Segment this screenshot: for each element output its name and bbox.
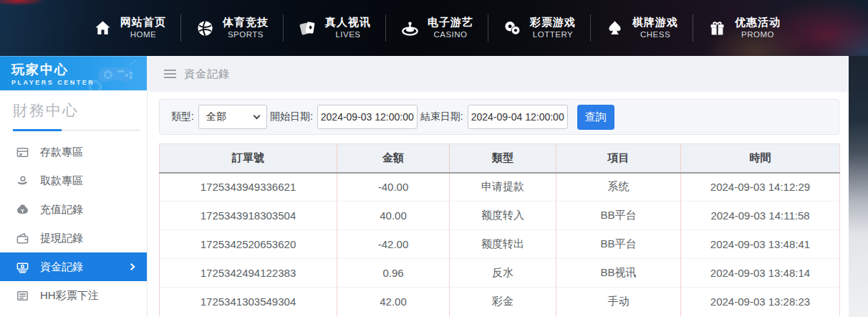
nav-item-sports[interactable]: 体育竞技 SPORTS	[181, 9, 283, 47]
nav-label-zh: 优惠活动	[735, 15, 781, 29]
sidebar-item-label: 存款專區	[40, 146, 83, 159]
nav-item-text: 体育竞技 SPORTS	[223, 15, 269, 41]
time-cell: 2024-09-03 13:28:23	[681, 288, 840, 316]
funds-records-table: 訂單號 金額 類型 項目 時間 1725343949336621 -40.00 …	[159, 143, 840, 316]
sidebar-item-label: 提現記錄	[40, 232, 83, 245]
table-row: 1725341303549304 42.00 彩金 手动 2024-09-03 …	[160, 288, 840, 316]
amount-cell: -40.00	[337, 173, 450, 202]
header-type: 類型	[450, 144, 556, 173]
amount-cell: 42.00	[337, 288, 450, 316]
withdraw-hand-icon	[16, 174, 29, 188]
home-icon	[93, 19, 112, 38]
sidebar-item-label: 充值記錄	[40, 203, 83, 217]
order-no-cell: 1725342520653620	[160, 230, 337, 259]
item-cell: BB平台	[556, 202, 681, 230]
search-button[interactable]: 查詢	[577, 105, 614, 130]
sidebar-item-deposit[interactable]: 存款專區	[0, 138, 147, 166]
time-cell: 2024-09-03 13:48:14	[681, 259, 840, 288]
filter-bar: 類型: 全部 開始日期: 結束日期: 查詢	[159, 99, 839, 135]
money-bag-icon	[16, 203, 29, 217]
table-header-row: 訂單號 金額 類型 項目 時間	[160, 144, 840, 173]
wallet-icon	[16, 232, 29, 245]
nav-label-en: PROMO	[741, 29, 774, 41]
sidebar-item-room-bet-records[interactable]: 廳室投註記錄	[0, 310, 147, 317]
amount-cell: 40.00	[337, 202, 450, 230]
sidebar-item-label: 資金記錄	[40, 260, 83, 274]
type-cell: 额度转出	[450, 230, 556, 259]
type-cell: 申请提款	[450, 173, 556, 202]
nav-item-text: 真人视讯 LIVES	[325, 15, 371, 41]
nav-item-lives[interactable]: 真人视讯 LIVES	[284, 9, 385, 47]
nav-item-lottery[interactable]: 彩票游戏 LOTTERY	[488, 9, 590, 47]
sidebar-header: 玩家中心 PLAYERS CENTER	[0, 56, 147, 90]
nav-item-casino[interactable]: 电子游艺 CASINO	[386, 9, 488, 47]
type-label: 類型:	[171, 110, 194, 123]
amount-cell: -42.00	[337, 230, 450, 259]
chevron-right-icon	[128, 263, 135, 270]
nav-item-promo[interactable]: 优惠活动 PROMO	[693, 9, 795, 47]
order-no-cell: 1725342494122383	[160, 259, 337, 288]
playing-cards-icon	[298, 19, 317, 38]
nav-item-home[interactable]: 网站首页 HOME	[79, 9, 180, 47]
spade-icon	[605, 19, 625, 38]
time-cell: 2024-09-03 14:12:29	[681, 173, 840, 202]
table-row: 1725342494122383 0.96 反水 BB视讯 2024-09-03…	[160, 259, 840, 288]
header-item: 項目	[556, 144, 681, 173]
amount-cell: 0.96	[337, 259, 450, 288]
sidebar-item-hh-lottery-bets[interactable]: HH彩票下注	[0, 281, 147, 310]
sidebar-item-funds-records[interactable]: 資金記錄	[0, 252, 147, 281]
nav-label-en: CASINO	[433, 29, 467, 41]
document-icon	[16, 289, 29, 303]
type-cell: 额度转入	[450, 202, 556, 230]
lottery-balls-icon	[503, 19, 522, 38]
nav-label-zh: 彩票游戏	[530, 15, 576, 29]
header-time: 時間	[681, 144, 840, 173]
main-content: 資金記錄 類型: 全部 開始日期: 結束日期: 查詢 訂單號 金額 類型 項目	[148, 56, 849, 317]
finance-section-header: 財務中心	[0, 90, 147, 131]
start-date-input[interactable]	[317, 105, 418, 129]
sidebar-item-withdraw[interactable]: 取款專區	[0, 166, 147, 195]
roulette-icon	[400, 19, 420, 38]
deposit-icon	[16, 146, 29, 159]
nav-label-zh: 真人视讯	[325, 15, 371, 29]
poker-chip-decoration	[89, 80, 102, 90]
nav-item-text: 彩票游戏 LOTTERY	[530, 15, 576, 41]
nav-label-zh: 棋牌游戏	[632, 15, 678, 29]
nav-label-en: CHESS	[640, 29, 670, 41]
banknotes-icon	[16, 260, 29, 274]
type-cell: 彩金	[450, 288, 556, 316]
hamburger-menu-icon[interactable]	[164, 70, 176, 78]
nav-item-chess[interactable]: 棋牌游戏 CHESS	[591, 9, 693, 47]
section-underline	[13, 129, 140, 131]
item-cell: BB视讯	[556, 259, 681, 288]
end-date-input[interactable]	[468, 105, 568, 129]
nav-item-text: 网站首页 HOME	[120, 15, 166, 41]
item-cell: 系统	[556, 173, 681, 202]
time-cell: 2024-09-03 13:48:41	[681, 230, 840, 259]
sidebar-menu: 存款專區 取款專區 充值記錄 提現記錄 資金記錄 HH彩票下注	[0, 138, 147, 317]
order-no-cell: 1725343918303504	[160, 202, 337, 230]
nav-label-zh: 网站首页	[120, 15, 166, 29]
nav-label-en: SPORTS	[228, 29, 264, 41]
nav-label-en: LIVES	[335, 29, 360, 41]
sidebar: 玩家中心 PLAYERS CENTER 財務中心 存款專區	[0, 56, 148, 317]
finance-section-title: 財務中心	[13, 100, 147, 120]
nav-item-text: 优惠活动 PROMO	[735, 15, 781, 41]
page-title: 資金記錄	[184, 67, 230, 81]
header-order-no: 訂單號	[160, 144, 337, 173]
type-select-value: 全部	[206, 110, 226, 123]
sidebar-item-recharge-records[interactable]: 充值記錄	[0, 195, 147, 224]
breadcrumb: 資金記錄	[148, 56, 849, 92]
gamepad-decoration-icon	[95, 59, 140, 90]
sidebar-item-withdrawal-records[interactable]: 提現記錄	[0, 224, 147, 252]
nav-label-en: HOME	[130, 29, 157, 41]
header-amount: 金額	[337, 144, 450, 173]
table-row: 1725343918303504 40.00 额度转入 BB平台 2024-09…	[160, 202, 840, 230]
order-no-cell: 1725343949336621	[160, 173, 337, 202]
type-cell: 反水	[450, 259, 556, 288]
type-select[interactable]: 全部	[198, 105, 267, 129]
order-no-cell: 1725341303549304	[160, 288, 337, 316]
top-navigation: 网站首页 HOME 体育竞技 SPORTS 真人视讯 LIVES 电子游艺	[0, 0, 868, 56]
table-row: 1725342520653620 -42.00 额度转出 BB平台 2024-0…	[160, 230, 840, 259]
nav-item-text: 棋牌游戏 CHESS	[632, 15, 678, 41]
